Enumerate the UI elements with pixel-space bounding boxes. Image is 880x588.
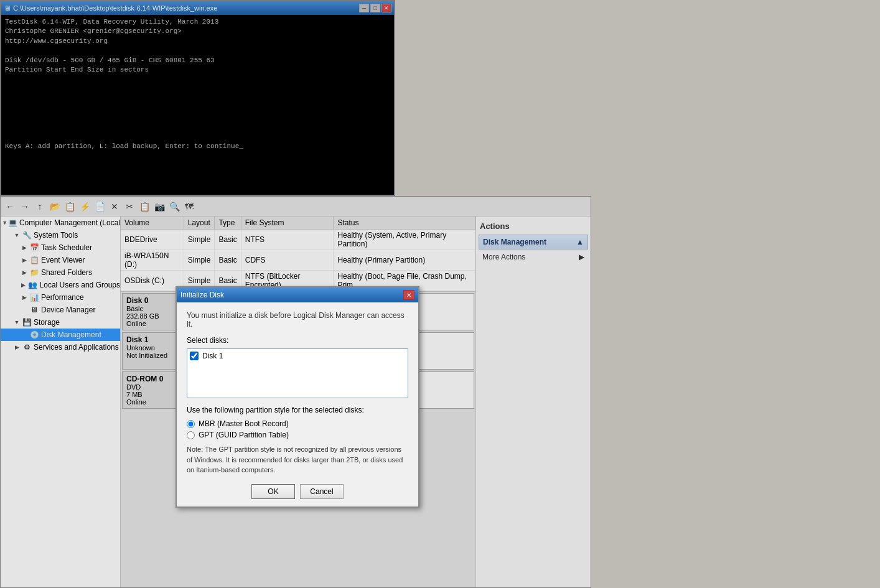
modal-message: You must initialize a disk before Logica…: [187, 311, 408, 329]
select-disks-label: Select disks:: [187, 336, 408, 345]
partition-radio-group: MBR (Master Boot Record)GPT (GUID Partit…: [187, 419, 408, 439]
disk1-label: Disk 1: [202, 352, 223, 360]
cancel-button[interactable]: Cancel: [300, 484, 344, 499]
radio-mbr[interactable]: [187, 420, 195, 428]
disk1-checkbox[interactable]: [190, 352, 199, 360]
note-text: Note: The GPT partition style is not rec…: [187, 444, 408, 475]
disk-list-item: Disk 1: [190, 352, 405, 360]
modal-overlay: Initialize Disk ✕ You must initialize a …: [0, 0, 880, 588]
radio-label-mbr: MBR (Master Boot Record): [199, 419, 289, 428]
modal-body: You must initialize a disk before Logica…: [177, 302, 418, 506]
ok-button[interactable]: OK: [251, 484, 295, 499]
modal-buttons: OK Cancel: [187, 484, 408, 499]
radio-row-gpt: GPT (GUID Partition Table): [187, 431, 408, 439]
modal-title: Initialize Disk: [180, 291, 224, 299]
radio-gpt[interactable]: [187, 431, 195, 439]
modal-close-btn[interactable]: ✕: [403, 290, 414, 300]
radio-row-mbr: MBR (Master Boot Record): [187, 419, 408, 428]
disk-list-area: Disk 1: [187, 348, 408, 398]
partition-style-label: Use the following partition style for th…: [187, 406, 408, 414]
radio-label-gpt: GPT (GUID Partition Table): [199, 431, 289, 439]
modal-titlebar: Initialize Disk ✕: [177, 287, 418, 302]
initialize-disk-dialog: Initialize Disk ✕ You must initialize a …: [176, 286, 419, 508]
